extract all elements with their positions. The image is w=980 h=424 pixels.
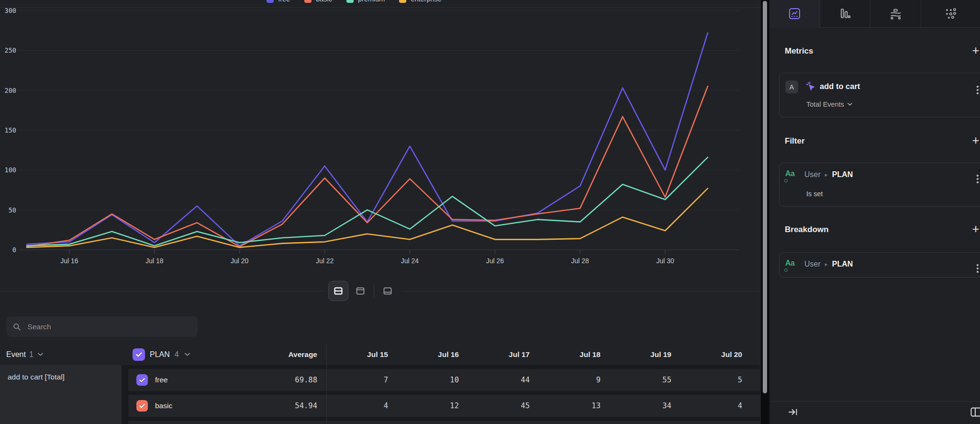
column-header-jul-15[interactable]: Jul 15 <box>317 350 388 359</box>
column-header-jul-20[interactable]: Jul 20 <box>671 350 742 359</box>
column-header-jul-17[interactable]: Jul 17 <box>459 350 530 359</box>
check-icon <box>136 352 142 357</box>
text-property-icon: Aa <box>785 169 801 182</box>
breakdown-heading: Breakdown <box>785 225 829 234</box>
series-line-enterprise[interactable] <box>27 189 708 247</box>
day-value: 55 <box>601 376 671 384</box>
layout-top-bar-button[interactable] <box>350 281 370 301</box>
columns-layout-icon <box>970 407 980 417</box>
series-line-premium[interactable] <box>27 157 708 246</box>
line-chart-tab-icon <box>788 7 801 20</box>
row-label: basic <box>155 402 172 410</box>
row-values: 69.88710449555 <box>258 369 742 391</box>
tab-bar-chart[interactable] <box>820 0 871 28</box>
filter-condition[interactable]: Is set <box>806 190 823 198</box>
metric-card[interactable]: A add to cart Total Events <box>779 73 980 117</box>
search-input[interactable] <box>27 322 191 332</box>
layout-toggle-separator <box>374 285 374 297</box>
chevron-down-icon <box>185 353 190 356</box>
column-header-jul-16[interactable]: Jul 16 <box>388 350 459 359</box>
table-header: Event 1 PLAN 4 AverageJul 15Jul 16Jul 17… <box>0 344 760 365</box>
plan-select-all-checkbox[interactable] <box>133 348 145 361</box>
metrics-heading: Metrics <box>785 46 813 56</box>
check-icon <box>139 378 145 382</box>
table-vertical-divider <box>326 344 327 424</box>
day-value: 44 <box>459 376 530 384</box>
breadcrumb-arrow-icon: ▸ <box>825 261 828 268</box>
day-value: 7 <box>317 376 388 384</box>
filter-card[interactable]: Aa User ▸ PLAN Is set <box>779 163 980 207</box>
layout-split-rows-button[interactable] <box>328 281 348 301</box>
filter-property[interactable]: User ▸ PLAN <box>804 170 853 179</box>
day-value: 4 <box>317 402 388 410</box>
chevron-down-icon <box>847 103 852 106</box>
table-row-free[interactable]: free69.88710449555 <box>128 369 760 391</box>
report-main-panel: freebasicpremiumenterprise 0501001502002… <box>0 0 761 424</box>
search-box[interactable] <box>6 316 198 337</box>
breakdown-property-name: PLAN <box>832 260 853 268</box>
layout-bottom-bar-icon <box>383 286 392 296</box>
svg-text:Jul 28: Jul 28 <box>571 257 590 265</box>
plan-header-label: PLAN <box>150 350 170 359</box>
breakdown-kebab-menu-icon[interactable] <box>975 262 980 275</box>
table-row-premium[interactable]: premium33.0057235239 <box>128 421 760 424</box>
average-value: 54.94 <box>258 402 317 410</box>
search-icon <box>13 323 21 331</box>
check-icon <box>139 404 145 408</box>
layout-toggle-group <box>324 280 401 302</box>
svg-text:Jul 18: Jul 18 <box>145 257 164 265</box>
layout-bottom-bar-button[interactable] <box>378 281 398 301</box>
bar-chart-tab-icon <box>838 7 851 20</box>
day-value: 4 <box>671 402 742 410</box>
metric-aggregation-dropdown[interactable]: Total Events <box>806 100 852 108</box>
event-click-icon <box>804 80 817 93</box>
svg-text:Jul 22: Jul 22 <box>316 257 334 265</box>
day-value: 9 <box>530 376 601 384</box>
svg-text:250: 250 <box>5 46 16 54</box>
table-row-basic[interactable]: basic54.944124513344 <box>128 395 760 417</box>
collapse-sidebar-button[interactable] <box>788 407 798 419</box>
breakdown-property[interactable]: User ▸ PLAN <box>804 260 853 268</box>
query-builder-sidebar: Metrics + A add to cart Total Events Fil… <box>769 0 980 424</box>
metric-aggregation-label: Total Events <box>806 100 844 108</box>
chart-type-tabbar <box>769 0 980 28</box>
tab-line-chart[interactable] <box>769 0 820 28</box>
line-chart[interactable]: 050100150200250300Jul 16Jul 18Jul 20Jul … <box>0 0 761 270</box>
add-breakdown-button[interactable]: + <box>969 223 980 236</box>
column-header-jul-18[interactable]: Jul 18 <box>530 350 601 359</box>
row-values: 33.0057235239 <box>258 421 742 424</box>
analytics-app: freebasicpremiumenterprise 0501001502002… <box>0 0 980 424</box>
sidebar-bottom-divider <box>769 401 980 402</box>
metric-name[interactable]: add to cart <box>820 82 860 91</box>
breakdown-card[interactable]: Aa User ▸ PLAN <box>779 252 980 278</box>
breakdown-scope: User <box>804 260 821 268</box>
row-label: free <box>155 376 168 384</box>
column-header-jul-19[interactable]: Jul 19 <box>601 350 671 359</box>
column-header-average[interactable]: Average <box>258 350 317 359</box>
add-filter-button[interactable]: + <box>969 135 980 147</box>
plan-count: 4 <box>175 350 179 359</box>
text-property-icon: Aa <box>785 259 801 271</box>
filter-kebab-menu-icon[interactable] <box>975 173 980 185</box>
table-column-headers: AverageJul 15Jul 16Jul 17Jul 18Jul 19Jul… <box>258 344 742 365</box>
chevron-down-icon <box>38 353 43 356</box>
tab-stream-chart[interactable] <box>870 0 921 28</box>
metric-letter-badge: A <box>785 80 798 93</box>
metric-kebab-menu-icon[interactable] <box>975 84 980 96</box>
series-line-free[interactable] <box>27 33 708 246</box>
add-metric-button[interactable]: + <box>969 45 980 57</box>
layout-top-bar-icon <box>356 286 365 296</box>
free-checkbox[interactable] <box>136 374 148 386</box>
day-value: 5 <box>671 376 742 384</box>
event-total-cell: add to cart [Total] <box>0 365 122 424</box>
series-line-basic[interactable] <box>27 86 708 246</box>
plan-column-header[interactable]: PLAN 4 <box>133 344 190 365</box>
toggle-panel-button[interactable] <box>970 407 980 419</box>
tab-more-chart-types[interactable] <box>921 0 980 28</box>
scrollbar-thumb[interactable] <box>763 1 767 393</box>
svg-text:Jul 16: Jul 16 <box>60 257 78 265</box>
basic-checkbox[interactable] <box>136 400 148 412</box>
event-header-label: Event <box>6 350 26 359</box>
svg-text:50: 50 <box>9 206 16 214</box>
event-column-header[interactable]: Event 1 <box>6 344 43 365</box>
